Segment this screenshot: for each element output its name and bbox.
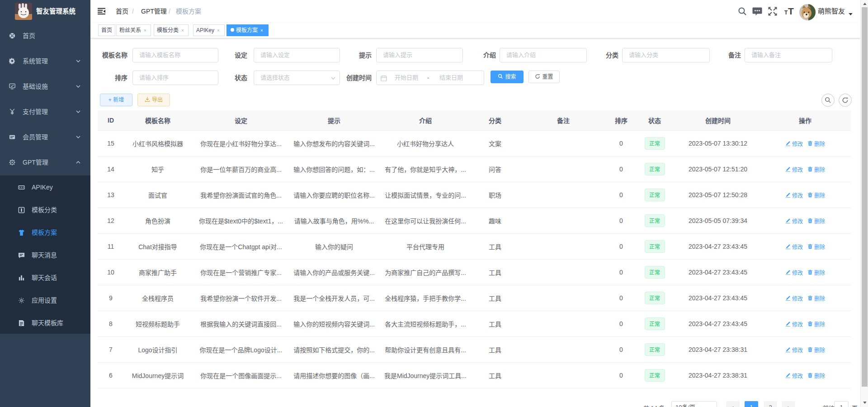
svg-text:T: T (784, 9, 788, 16)
svg-text:T: T (788, 6, 794, 16)
